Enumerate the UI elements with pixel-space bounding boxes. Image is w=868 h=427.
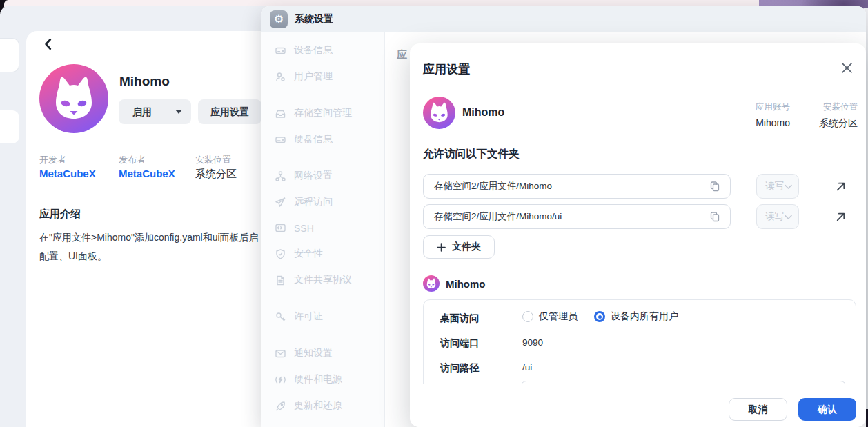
modal-footer: 取消 确认 <box>410 384 866 427</box>
radio-label: 仅管理员 <box>539 310 578 323</box>
install-location-value: 系统分区 <box>195 168 237 181</box>
app-account-label: 应用账号 <box>756 101 790 113</box>
sidebar-label: 安全性 <box>294 248 323 260</box>
open-folder-icon[interactable] <box>835 211 847 223</box>
permission-value: 读写 <box>765 181 784 191</box>
key-icon <box>275 311 286 323</box>
app-settings-button[interactable]: 应用设置 <box>198 99 262 124</box>
section-app-name: Mihomo <box>446 278 486 290</box>
sidebar-label: 许可证 <box>294 310 323 323</box>
network-icon <box>275 170 286 182</box>
back-button[interactable] <box>43 38 58 53</box>
sidebar-item-file-sharing[interactable]: 文件共享协议 <box>261 267 384 293</box>
folder-path-input[interactable]: 存储空间2/应用文件/Mihomo <box>423 174 731 199</box>
sidebar-label: 网络设置 <box>294 170 333 182</box>
caret-down-icon <box>175 110 182 114</box>
permission-select[interactable]: 读写 <box>756 174 799 199</box>
settings-content-fragment: 应 <box>397 48 407 61</box>
document-icon <box>275 275 286 286</box>
open-folder-icon[interactable] <box>835 181 847 192</box>
chevron-down-icon <box>785 215 792 220</box>
envelope-icon <box>275 348 286 359</box>
sidebar-label: 设备信息 <box>294 44 333 57</box>
rocket-icon <box>275 400 286 412</box>
radio-on-icon <box>594 311 605 322</box>
sidebar-item-license[interactable]: 许可证 <box>261 304 384 330</box>
sidebar-label: 硬盘信息 <box>294 133 333 146</box>
add-folder-button[interactable]: 文件夹 <box>423 235 495 259</box>
path-value: /ui <box>522 362 532 373</box>
shield-icon <box>275 248 286 260</box>
sidebar-item-hardware-power[interactable]: 硬件和电源 <box>261 366 384 393</box>
sidebar-label: 硬件和电源 <box>294 373 342 386</box>
settings-sidebar: 设备信息 用户管理 存储空间管理 硬盘信息 <box>261 32 385 427</box>
background-panel-fragment <box>0 110 19 143</box>
power-icon <box>275 374 286 386</box>
desktop: Mihomo 启用 应用设置 开发者 发布者 安装位置 MetaCubeX Me… <box>0 0 868 427</box>
copy-icon[interactable] <box>709 181 720 192</box>
folder-path-input[interactable]: 存储空间2/应用文件/Mihomo/ui <box>423 204 731 229</box>
permission-value: 读写 <box>765 211 784 221</box>
confirm-button[interactable]: 确认 <box>798 398 856 421</box>
app-account-value: Mihomo <box>756 117 790 128</box>
sidebar-item-remote-access[interactable]: 远程访问 <box>261 189 384 215</box>
copy-icon[interactable] <box>709 211 720 222</box>
developer-label: 开发者 <box>39 154 66 166</box>
close-icon[interactable] <box>842 63 853 74</box>
app-settings-modal: 应用设置 Mihomo 应用账号 Mihomo <box>410 43 866 427</box>
enable-dropdown-button[interactable] <box>166 99 191 124</box>
port-label: 访问端口 <box>440 337 479 350</box>
enable-button[interactable]: 启用 <box>119 99 166 124</box>
background-panel-fragment <box>0 38 19 72</box>
app-avatar <box>39 64 108 133</box>
storage-icon <box>275 108 286 119</box>
path-label: 访问路径 <box>440 362 479 375</box>
publisher-link[interactable]: MetaCubeX <box>119 168 175 179</box>
sidebar-item-device-info[interactable]: 设备信息 <box>261 37 384 63</box>
sidebar-item-storage-management[interactable]: 存储空间管理 <box>261 100 384 126</box>
users-icon <box>275 71 286 83</box>
sidebar-label: 通知设置 <box>294 347 333 359</box>
sidebar-label: 用户管理 <box>294 70 333 83</box>
sidebar-item-ssh[interactable]: SSH <box>261 215 384 241</box>
app-title: Mihomo <box>119 74 170 89</box>
chevron-down-icon <box>785 184 792 190</box>
sidebar-label: 文件共享协议 <box>294 274 352 286</box>
app-settings-card: 桌面访问 仅管理员 设备内所有用户 访问端口 9090 访问路径 /ui <box>423 299 856 384</box>
app-avatar-small <box>423 275 440 292</box>
radio-all-users[interactable]: 设备内所有用户 <box>594 310 678 323</box>
settings-titlebar: ⚙ 系统设置 <box>261 6 866 32</box>
modal-app-name: Mihomo <box>462 106 504 119</box>
desktop-access-radio-group: 仅管理员 设备内所有用户 <box>522 310 678 323</box>
terminal-icon <box>275 222 286 234</box>
app-avatar <box>423 97 455 129</box>
sidebar-item-security[interactable]: 安全性 <box>261 241 384 267</box>
disk-icon <box>275 134 286 146</box>
sidebar-item-update-restore[interactable]: 更新和还原 <box>261 393 384 419</box>
sidebar-item-user-management[interactable]: 用户管理 <box>261 63 384 90</box>
permission-select[interactable]: 读写 <box>756 204 799 229</box>
radio-off-icon <box>522 311 533 322</box>
settings-window-title: 系统设置 <box>295 13 333 26</box>
plus-icon <box>437 243 446 252</box>
sidebar-label: 更新和还原 <box>294 399 342 412</box>
add-folder-label: 文件夹 <box>452 241 481 253</box>
sidebar-item-notifications[interactable]: 通知设置 <box>261 340 384 366</box>
modal-title: 应用设置 <box>423 61 470 77</box>
install-location-value: 系统分区 <box>819 117 858 130</box>
app-intro-heading: 应用介绍 <box>39 208 81 221</box>
developer-link[interactable]: MetaCubeX <box>39 168 96 179</box>
device-icon <box>275 45 286 57</box>
allowed-folders-heading: 允许访问以下文件夹 <box>423 147 520 161</box>
publisher-label: 发布者 <box>119 154 146 166</box>
sidebar-label: 远程访问 <box>294 196 333 208</box>
desktop-access-label: 桌面访问 <box>440 312 479 325</box>
install-location-label: 安装位置 <box>195 154 231 166</box>
sidebar-item-network-settings[interactable]: 网络设置 <box>261 163 384 189</box>
enable-split-button: 启用 <box>119 99 191 124</box>
cancel-button[interactable]: 取消 <box>729 398 787 421</box>
radio-label: 设备内所有用户 <box>611 310 678 323</box>
sidebar-item-disk-info[interactable]: 硬盘信息 <box>261 126 384 152</box>
paper-plane-icon <box>275 197 286 208</box>
radio-admin-only[interactable]: 仅管理员 <box>522 310 578 323</box>
